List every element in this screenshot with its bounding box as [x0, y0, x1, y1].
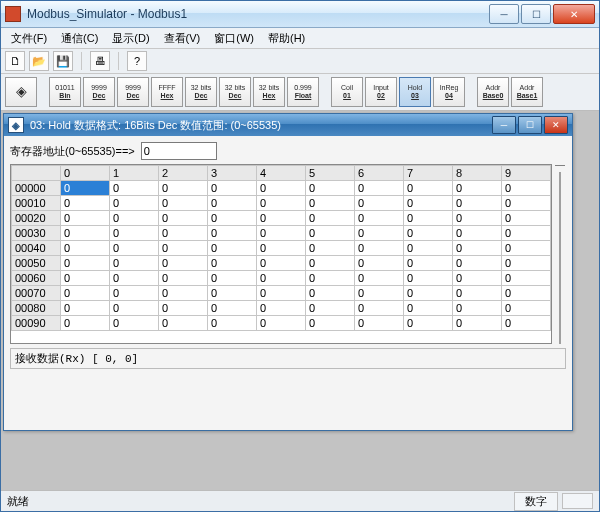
fmt-32dec-signed-button[interactable]: 32 bitsDec — [219, 77, 251, 107]
grid-cell[interactable]: 0 — [257, 196, 306, 211]
grid-row-header[interactable]: 00030 — [12, 226, 61, 241]
grid-col-header[interactable]: 9 — [502, 166, 551, 181]
grid-cell[interactable]: 0 — [355, 241, 404, 256]
grid-cell[interactable]: 0 — [61, 316, 110, 331]
grid-row-header[interactable]: 00070 — [12, 286, 61, 301]
grid-cell[interactable]: 0 — [61, 196, 110, 211]
grid-cell[interactable]: 0 — [404, 256, 453, 271]
grid-row-header[interactable]: 00060 — [12, 271, 61, 286]
grid-cell[interactable]: 0 — [355, 286, 404, 301]
grid-cell[interactable]: 0 — [159, 241, 208, 256]
address-input[interactable] — [141, 142, 217, 160]
grid-cell[interactable]: 0 — [110, 226, 159, 241]
grid-cell[interactable]: 0 — [404, 316, 453, 331]
about-icon[interactable]: ? — [127, 51, 147, 71]
grid-cell[interactable]: 0 — [404, 241, 453, 256]
minimize-button[interactable]: ─ — [489, 4, 519, 24]
grid-cell[interactable]: 0 — [208, 241, 257, 256]
grid-cell[interactable]: 0 — [453, 181, 502, 196]
grid-cell[interactable]: 0 — [208, 211, 257, 226]
grid-cell[interactable]: 0 — [61, 286, 110, 301]
grid-cell[interactable]: 0 — [404, 226, 453, 241]
grid-cell[interactable]: 0 — [61, 241, 110, 256]
grid-cell[interactable]: 0 — [208, 256, 257, 271]
grid-cell[interactable]: 0 — [453, 241, 502, 256]
close-button[interactable]: ✕ — [553, 4, 595, 24]
fmt-dec-button[interactable]: 9999Dec — [83, 77, 115, 107]
grid-cell[interactable]: 0 — [257, 211, 306, 226]
grid-cell[interactable]: 0 — [502, 226, 551, 241]
fmt-hex-button[interactable]: FFFFHex — [151, 77, 183, 107]
grid-cell[interactable]: 0 — [159, 256, 208, 271]
addr-base0-button[interactable]: AddrBase0 — [477, 77, 509, 107]
grid-cell[interactable]: 0 — [159, 196, 208, 211]
menu-view[interactable]: 查看(V) — [158, 29, 207, 48]
grid-cell[interactable]: 0 — [208, 181, 257, 196]
grid-row-header[interactable]: 00040 — [12, 241, 61, 256]
logo-icon[interactable]: ◈ — [5, 77, 37, 107]
save-icon[interactable]: 💾 — [53, 51, 73, 71]
grid-cell[interactable]: 0 — [453, 226, 502, 241]
menu-window[interactable]: 窗口(W) — [208, 29, 260, 48]
grid-cell[interactable]: 0 — [453, 256, 502, 271]
grid-cell[interactable]: 0 — [208, 196, 257, 211]
grid-cell[interactable]: 0 — [208, 226, 257, 241]
grid-cell[interactable]: 0 — [453, 211, 502, 226]
grid-cell[interactable]: 0 — [453, 301, 502, 316]
grid-cell[interactable]: 0 — [306, 301, 355, 316]
grid-col-header[interactable]: 7 — [404, 166, 453, 181]
fmt-dec-signed-button[interactable]: 9999Dec — [117, 77, 149, 107]
maximize-button[interactable]: ☐ — [521, 4, 551, 24]
grid-cell[interactable]: 0 — [453, 316, 502, 331]
grid-cell[interactable]: 0 — [159, 271, 208, 286]
grid-cell[interactable]: 0 — [306, 271, 355, 286]
grid-cell[interactable]: 0 — [159, 286, 208, 301]
mdi-close-button[interactable]: ✕ — [544, 116, 568, 134]
grid-cell[interactable]: 0 — [306, 241, 355, 256]
grid-cell[interactable]: 0 — [306, 256, 355, 271]
grid-cell[interactable]: 0 — [110, 211, 159, 226]
titlebar[interactable]: Modbus_Simulator - Modbus1 ─ ☐ ✕ — [1, 1, 599, 28]
grid-cell[interactable]: 0 — [502, 211, 551, 226]
reg-hold-button[interactable]: Hold03 — [399, 77, 431, 107]
grid-row-header[interactable]: 00080 — [12, 301, 61, 316]
grid-cell[interactable]: 0 — [306, 226, 355, 241]
grid-cell[interactable]: 0 — [110, 196, 159, 211]
grid-cell[interactable]: 0 — [404, 301, 453, 316]
grid-cell[interactable]: 0 — [306, 286, 355, 301]
grid-cell[interactable]: 0 — [453, 196, 502, 211]
grid-cell[interactable]: 0 — [159, 316, 208, 331]
grid-col-header[interactable]: 1 — [110, 166, 159, 181]
grid-col-header[interactable]: 2 — [159, 166, 208, 181]
grid-row-header[interactable]: 00090 — [12, 316, 61, 331]
grid-cell[interactable]: 0 — [355, 301, 404, 316]
reg-input-button[interactable]: Input02 — [365, 77, 397, 107]
grid-cell[interactable]: 0 — [110, 181, 159, 196]
grid-cell[interactable]: 0 — [404, 211, 453, 226]
fmt-float-button[interactable]: 0.999Float — [287, 77, 319, 107]
grid-col-header[interactable]: 3 — [208, 166, 257, 181]
grid-cell[interactable]: 0 — [502, 301, 551, 316]
grid-cell[interactable]: 0 — [208, 301, 257, 316]
grid-cell[interactable]: 0 — [306, 211, 355, 226]
grid-cell[interactable]: 0 — [61, 301, 110, 316]
grid-cell[interactable]: 0 — [110, 316, 159, 331]
grid-cell[interactable]: 0 — [61, 256, 110, 271]
fmt-32hex-button[interactable]: 32 bitsHex — [253, 77, 285, 107]
grid-cell[interactable]: 0 — [257, 256, 306, 271]
grid-cell[interactable]: 0 — [404, 286, 453, 301]
grid-row-header[interactable]: 00050 — [12, 256, 61, 271]
grid-row-header[interactable]: 00000 — [12, 181, 61, 196]
grid-row-header[interactable]: 00020 — [12, 211, 61, 226]
grid-cell[interactable]: 0 — [355, 226, 404, 241]
grid-cell[interactable]: 0 — [257, 226, 306, 241]
grid-cell[interactable]: 0 — [257, 301, 306, 316]
grid-cell[interactable]: 0 — [159, 226, 208, 241]
grid-cell[interactable]: 0 — [208, 271, 257, 286]
grid-col-header[interactable]: 8 — [453, 166, 502, 181]
grid-cell[interactable]: 0 — [159, 301, 208, 316]
menu-file[interactable]: 文件(F) — [5, 29, 53, 48]
grid-cell[interactable]: 0 — [502, 271, 551, 286]
grid-cell[interactable]: 0 — [306, 196, 355, 211]
fmt-32dec-button[interactable]: 32 bitsDec — [185, 77, 217, 107]
